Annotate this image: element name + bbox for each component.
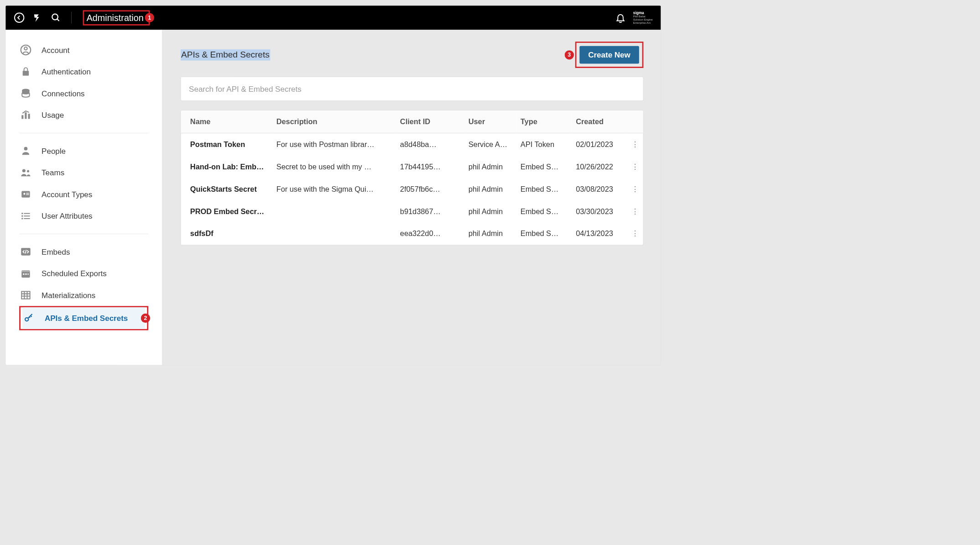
col-type[interactable]: Type bbox=[516, 110, 571, 133]
svg-rect-17 bbox=[24, 213, 30, 214]
cell-user: phil Admin bbox=[464, 178, 516, 200]
annotation-badge-3: 3 bbox=[564, 50, 573, 59]
sidebar-separator bbox=[19, 234, 148, 234]
svg-rect-14 bbox=[26, 193, 29, 194]
sidebar-item-scheduled-exports[interactable]: Scheduled Exports bbox=[19, 262, 148, 284]
svg-rect-15 bbox=[26, 194, 29, 195]
topbar-right: sigma Phil Ballai Solution Engine Enterp… bbox=[615, 11, 652, 24]
search-box[interactable] bbox=[181, 77, 644, 101]
svg-point-13 bbox=[23, 193, 25, 195]
back-icon[interactable] bbox=[14, 12, 25, 23]
page-breadcrumb: Administration bbox=[87, 13, 144, 23]
cell-user: phil Admin bbox=[464, 200, 516, 223]
svg-rect-16 bbox=[21, 213, 23, 214]
main-header: APIs & Embed Secrets 3 Create New bbox=[181, 42, 644, 68]
cell-client-id: b91d3867… bbox=[396, 200, 464, 223]
sidebar-item-teams[interactable]: Teams bbox=[19, 162, 148, 183]
table-row[interactable]: PROD Embed Secr…b91d3867…phil AdminEmbed… bbox=[181, 200, 643, 223]
sidebar-item-connections[interactable]: Connections bbox=[19, 83, 148, 105]
row-menu-icon[interactable]: ⋮ bbox=[627, 156, 643, 178]
search-input[interactable] bbox=[189, 84, 635, 94]
svg-rect-28 bbox=[21, 292, 30, 299]
table-row[interactable]: QuickStarts SecretFor use with the Sigma… bbox=[181, 178, 643, 200]
annotation-badge-2: 2 bbox=[141, 314, 150, 323]
cell-name: sdfsDf bbox=[181, 223, 272, 245]
col-client-id[interactable]: Client ID bbox=[396, 110, 464, 133]
sidebar-item-embeds[interactable]: Embeds bbox=[19, 241, 148, 263]
sidebar-item-label: Teams bbox=[42, 168, 64, 177]
bell-icon[interactable] bbox=[615, 12, 626, 23]
sidebar-item-label: People bbox=[42, 147, 66, 156]
sidebar-item-usage[interactable]: Usage bbox=[19, 104, 148, 126]
sidebar-group-3: Embeds Scheduled Exports Materialization… bbox=[5, 241, 162, 330]
calendar-icon bbox=[19, 267, 32, 280]
col-description[interactable]: Description bbox=[272, 110, 396, 133]
secrets-table: Name Description Client ID User Type Cre… bbox=[181, 110, 644, 245]
svg-point-9 bbox=[24, 147, 28, 151]
sidebar-item-authentication[interactable]: Authentication bbox=[19, 61, 148, 83]
topbar-left: Administration 1 bbox=[14, 10, 150, 25]
sidebar-item-account[interactable]: Account bbox=[19, 39, 148, 61]
row-menu-icon[interactable]: ⋮ bbox=[627, 200, 643, 223]
sidebar-group-2: People Teams Account Types User Attribut… bbox=[5, 140, 162, 227]
svg-rect-25 bbox=[23, 273, 24, 275]
database-icon bbox=[19, 87, 32, 100]
person-icon bbox=[19, 144, 32, 157]
svg-rect-6 bbox=[21, 115, 23, 119]
sidebar-separator bbox=[19, 133, 148, 133]
code-icon bbox=[19, 245, 32, 258]
col-name[interactable]: Name bbox=[181, 110, 272, 133]
row-menu-icon[interactable]: ⋮ bbox=[627, 223, 643, 245]
sidebar-item-label: Authentication bbox=[42, 67, 91, 76]
cell-type: API Token bbox=[516, 133, 571, 155]
table-row[interactable]: sdfsDfeea322d0…phil AdminEmbed S…04/13/2… bbox=[181, 223, 643, 245]
cell-created: 04/13/2023 bbox=[572, 223, 627, 245]
table-row[interactable]: Postman TokenFor use with Postman librar… bbox=[181, 133, 643, 155]
row-menu-icon[interactable]: ⋮ bbox=[627, 178, 643, 200]
annotation-badge-1: 1 bbox=[145, 13, 154, 22]
col-created[interactable]: Created bbox=[572, 110, 627, 133]
search-icon[interactable] bbox=[51, 13, 61, 23]
cell-description: For use with Postman librar… bbox=[272, 133, 396, 155]
sidebar: Account Authentication Connections Usage bbox=[5, 30, 162, 365]
svg-rect-27 bbox=[28, 273, 29, 275]
page-breadcrumb-annotated: Administration 1 bbox=[83, 10, 150, 25]
cell-name: QuickStarts Secret bbox=[181, 178, 272, 200]
main-content: APIs & Embed Secrets 3 Create New Name bbox=[162, 30, 661, 365]
svg-point-10 bbox=[22, 169, 26, 172]
cell-created: 10/26/2022 bbox=[572, 156, 627, 178]
brand-user-block[interactable]: sigma Phil Ballai Solution Engine Enterp… bbox=[633, 11, 653, 24]
chart-icon bbox=[19, 109, 32, 122]
create-new-button[interactable]: Create New bbox=[579, 46, 639, 64]
page-title: APIs & Embed Secrets bbox=[181, 49, 270, 60]
svg-rect-21 bbox=[24, 218, 30, 219]
cell-description bbox=[272, 223, 396, 245]
cell-type: Embed S… bbox=[516, 156, 571, 178]
bird-logo-icon[interactable] bbox=[33, 13, 43, 23]
cell-user: phil Admin bbox=[464, 156, 516, 178]
cell-type: Embed S… bbox=[516, 178, 571, 200]
col-menu bbox=[627, 110, 643, 133]
table-row[interactable]: Hand-on Lab: Emb…Secret to be used with … bbox=[181, 156, 643, 178]
sidebar-item-user-attributes[interactable]: User Attributes bbox=[19, 205, 148, 227]
sidebar-item-apis-embed-secrets[interactable]: APIs & Embed Secrets bbox=[22, 307, 145, 329]
sidebar-item-label: Account bbox=[42, 46, 69, 55]
sidebar-item-people[interactable]: People bbox=[19, 140, 148, 162]
cell-user: Service A… bbox=[464, 133, 516, 155]
svg-point-11 bbox=[27, 170, 29, 172]
svg-rect-18 bbox=[21, 215, 23, 217]
row-menu-icon[interactable]: ⋮ bbox=[627, 133, 643, 155]
app-window: Administration 1 sigma Phil Ballai Solut… bbox=[5, 5, 661, 365]
lock-icon bbox=[19, 65, 32, 79]
sidebar-item-apis-annotated: APIs & Embed Secrets 2 bbox=[19, 306, 148, 330]
sidebar-item-materializations[interactable]: Materializations bbox=[19, 284, 148, 306]
sidebar-item-label: User Attributes bbox=[42, 211, 92, 220]
sidebar-item-account-types[interactable]: Account Types bbox=[19, 183, 148, 205]
col-user[interactable]: User bbox=[464, 110, 516, 133]
svg-point-4 bbox=[24, 47, 27, 50]
cell-type: Embed S… bbox=[516, 200, 571, 223]
cell-description: For use with the Sigma Qui… bbox=[272, 178, 396, 200]
cell-description: Secret to be used with my … bbox=[272, 156, 396, 178]
cell-client-id: eea322d0… bbox=[396, 223, 464, 245]
brand-line: Enterprise Arc bbox=[633, 21, 653, 25]
